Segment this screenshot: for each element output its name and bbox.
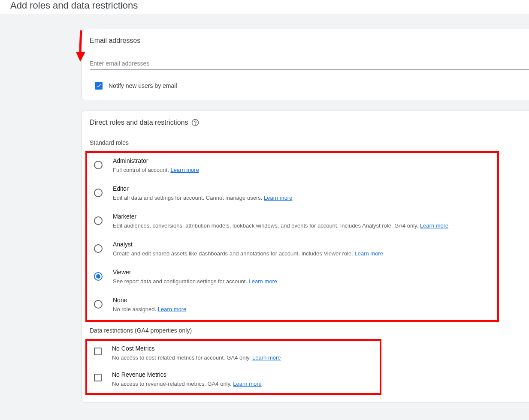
role-item-none[interactable]: NoneNo role assigned. Learn more	[90, 292, 497, 320]
annotation-box-roles: AdministratorFull control of account. Le…	[85, 151, 499, 322]
learn-more-link[interactable]: Learn more	[158, 306, 186, 312]
role-item-administrator[interactable]: AdministratorFull control of account. Le…	[90, 153, 497, 181]
learn-more-link[interactable]: Learn more	[354, 250, 383, 257]
role-desc: Edit all data and settings for account. …	[113, 195, 488, 201]
restriction-item-no-cost[interactable]: No Cost MetricsNo access to cost-related…	[90, 341, 380, 367]
role-radio-viewer[interactable]	[94, 272, 103, 281]
email-input[interactable]	[90, 57, 529, 70]
restriction-checkbox-no-revenue[interactable]	[94, 374, 102, 381]
role-radio-analyst[interactable]	[94, 244, 103, 253]
restriction-name: No Cost Metrics	[112, 345, 370, 352]
role-radio-none[interactable]	[94, 300, 103, 309]
restriction-desc: No access to cost-related metrics for ac…	[112, 354, 370, 361]
restriction-item-no-revenue[interactable]: No Revenue MetricsNo access to revenue-r…	[90, 367, 380, 393]
roles-section-title: Direct roles and data restrictions	[90, 119, 188, 126]
role-desc: See report data and configuration settin…	[113, 278, 488, 285]
page-title: Add roles and data restrictions	[10, 0, 519, 11]
role-desc: Edit audiences, conversions, attribution…	[113, 222, 488, 229]
learn-more-link[interactable]: Learn more	[252, 354, 281, 361]
standard-roles-heading: Standard roles	[90, 139, 529, 146]
notify-label: Notify new users by email	[109, 82, 177, 89]
learn-more-link[interactable]: Learn more	[264, 195, 292, 201]
learn-more-link[interactable]: Learn more	[233, 381, 261, 387]
restrictions-heading: Data restrictions (GA4 properties only)	[90, 327, 529, 334]
email-section-title: Email addresses	[90, 37, 529, 45]
help-icon[interactable]	[191, 119, 199, 126]
learn-more-link[interactable]: Learn more	[170, 167, 199, 173]
role-radio-editor[interactable]	[94, 189, 103, 197]
role-item-marketer[interactable]: MarketerEdit audiences, conversions, att…	[90, 209, 497, 237]
restriction-name: No Revenue Metrics	[112, 371, 370, 378]
learn-more-link[interactable]: Learn more	[420, 222, 448, 229]
restriction-checkbox-no-cost[interactable]	[94, 348, 102, 355]
check-icon	[96, 83, 102, 89]
role-name: Editor	[113, 185, 488, 192]
role-name: Analyst	[113, 241, 488, 248]
role-item-editor[interactable]: EditorEdit all data and settings for acc…	[90, 181, 497, 209]
page-header: Add roles and data restrictions	[0, 0, 529, 15]
role-list: AdministratorFull control of account. Le…	[90, 153, 497, 320]
role-name: None	[113, 297, 488, 303]
learn-more-link[interactable]: Learn more	[249, 278, 277, 285]
role-name: Marketer	[113, 213, 488, 220]
restrictions-list: No Cost MetricsNo access to cost-related…	[90, 341, 380, 393]
role-desc: No role assigned. Learn more	[113, 306, 488, 312]
role-radio-administrator[interactable]	[94, 161, 103, 169]
role-name: Administrator	[113, 157, 488, 164]
roles-card: Direct roles and data restrictions Stand…	[82, 111, 529, 403]
role-name: Viewer	[113, 269, 488, 276]
role-radio-marketer[interactable]	[94, 216, 103, 225]
content-area: Email addresses Notify new users by emai…	[82, 29, 529, 403]
role-desc: Full control of account. Learn more	[113, 167, 488, 173]
email-card: Email addresses Notify new users by emai…	[82, 29, 529, 100]
role-item-analyst[interactable]: AnalystCreate and edit shared assets lik…	[90, 237, 497, 264]
role-desc: Create and edit shared assets like dashb…	[113, 250, 488, 257]
restriction-desc: No access to revenue-related metrics. GA…	[112, 381, 370, 387]
annotation-box-restrictions: No Cost MetricsNo access to cost-related…	[85, 339, 381, 395]
role-item-viewer[interactable]: ViewerSee report data and configuration …	[90, 264, 497, 292]
notify-checkbox[interactable]	[95, 82, 103, 90]
notify-row[interactable]: Notify new users by email	[95, 82, 529, 90]
